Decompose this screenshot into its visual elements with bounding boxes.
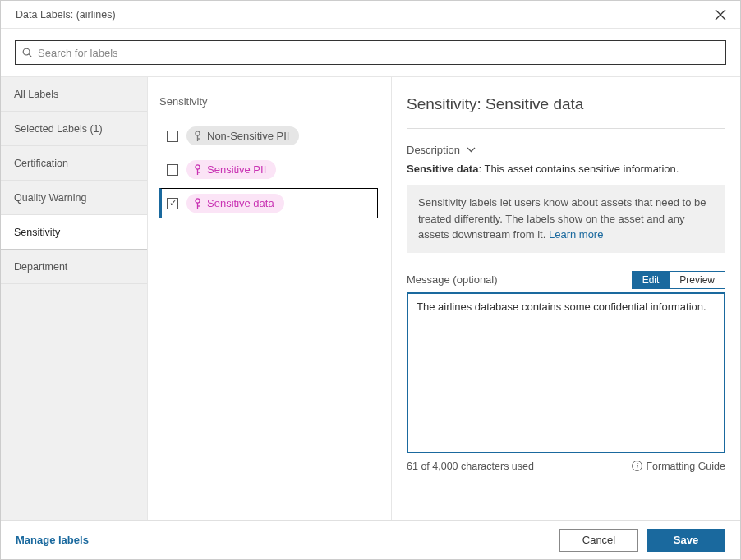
checkbox[interactable] xyxy=(167,131,178,142)
checkbox[interactable] xyxy=(167,164,178,176)
search-input[interactable] xyxy=(38,47,719,59)
label-pill: Non-Sensitive PII xyxy=(186,126,299,145)
search-row xyxy=(1,29,740,76)
sidebar: All Labels Selected Labels (1) Certifica… xyxy=(1,77,148,520)
dialog-title: Data Labels: (airlines) xyxy=(16,9,116,21)
formatting-guide-text: Formatting Guide xyxy=(646,461,725,472)
formatting-guide-link[interactable]: i Formatting Guide xyxy=(632,461,725,472)
cancel-button[interactable]: Cancel xyxy=(559,529,638,552)
chevron-down-icon xyxy=(467,147,476,153)
sidebar-item-selected-labels[interactable]: Selected Labels (1) xyxy=(1,112,147,146)
sidebar-item-label: Selected Labels (1) xyxy=(14,123,103,135)
labels-pane: Sensitivity Non-Sensitive PII Sensitive … xyxy=(148,77,392,520)
sidebar-item-quality-warning[interactable]: Quality Warning xyxy=(1,181,147,215)
details-pane: Sensitivity: Sensitive data Description … xyxy=(392,77,740,520)
sidebar-item-label: Certification xyxy=(14,158,68,169)
checkbox[interactable] xyxy=(167,198,178,209)
svg-point-0 xyxy=(23,48,30,55)
sidebar-item-sensitivity[interactable]: Sensitivity xyxy=(1,215,147,250)
sidebar-item-all-labels[interactable]: All Labels xyxy=(1,77,147,112)
label-pill: Sensitive PII xyxy=(186,160,276,179)
label-text: Sensitive data xyxy=(207,197,274,209)
description-body: This asset contains sensitive informatio… xyxy=(484,163,679,175)
svg-point-8 xyxy=(196,198,200,202)
message-tabs: Edit Preview xyxy=(632,271,725,289)
sidebar-item-label: All Labels xyxy=(14,89,58,100)
svg-line-1 xyxy=(29,54,31,57)
info-icon: i xyxy=(632,461,642,471)
key-icon xyxy=(193,131,202,142)
tab-preview[interactable]: Preview xyxy=(669,271,725,289)
dialog-footer: Manage labels Cancel Save xyxy=(1,520,740,559)
search-icon xyxy=(22,48,33,58)
sidebar-item-certification[interactable]: Certification xyxy=(1,146,147,181)
label-row-sensitive-data[interactable]: Sensitive data xyxy=(159,188,378,218)
description-text: Sensitive data: This asset contains sens… xyxy=(407,163,725,175)
save-button[interactable]: Save xyxy=(647,529,725,552)
svg-point-2 xyxy=(196,131,200,135)
learn-more-link[interactable]: Learn more xyxy=(549,228,603,241)
key-icon xyxy=(193,198,202,209)
label-text: Non-Sensitive PII xyxy=(207,130,289,142)
message-textarea[interactable] xyxy=(407,292,725,453)
description-toggle[interactable]: Description xyxy=(407,144,725,156)
message-header: Message (optional) Edit Preview xyxy=(407,271,725,289)
footer-buttons: Cancel Save xyxy=(559,529,725,552)
data-labels-dialog: Data Labels: (airlines) All Labels Selec… xyxy=(1,1,740,559)
labels-heading: Sensitivity xyxy=(159,95,378,108)
description-label: Description xyxy=(407,144,460,156)
sidebar-item-department[interactable]: Department xyxy=(1,250,147,284)
label-text: Sensitive PII xyxy=(207,163,266,176)
close-icon xyxy=(715,9,726,21)
key-icon xyxy=(193,164,202,176)
label-row-sensitive-pii[interactable]: Sensitive PII xyxy=(159,154,378,185)
svg-point-5 xyxy=(196,164,200,168)
label-row-non-sensitive-pii[interactable]: Non-Sensitive PII xyxy=(159,121,378,151)
details-title: Sensitivity: Sensitive data xyxy=(407,95,725,129)
content-area: All Labels Selected Labels (1) Certifica… xyxy=(1,76,740,520)
sidebar-item-label: Sensitivity xyxy=(14,227,60,238)
close-button[interactable] xyxy=(711,5,730,25)
char-count: 61 of 4,000 characters used xyxy=(407,461,534,472)
sidebar-item-label: Department xyxy=(14,261,67,273)
message-footer: 61 of 4,000 characters used i Formatting… xyxy=(407,461,725,472)
search-box[interactable] xyxy=(15,40,726,65)
tab-edit[interactable]: Edit xyxy=(632,271,670,289)
sidebar-item-label: Quality Warning xyxy=(14,192,86,204)
label-pill: Sensitive data xyxy=(186,194,284,213)
title-bar: Data Labels: (airlines) xyxy=(1,1,740,29)
sensitivity-info-box: Sensitivity labels let users know about … xyxy=(407,185,725,253)
message-label: Message (optional) xyxy=(407,273,498,286)
description-name: Sensitive data xyxy=(407,163,478,175)
manage-labels-link[interactable]: Manage labels xyxy=(16,534,89,546)
